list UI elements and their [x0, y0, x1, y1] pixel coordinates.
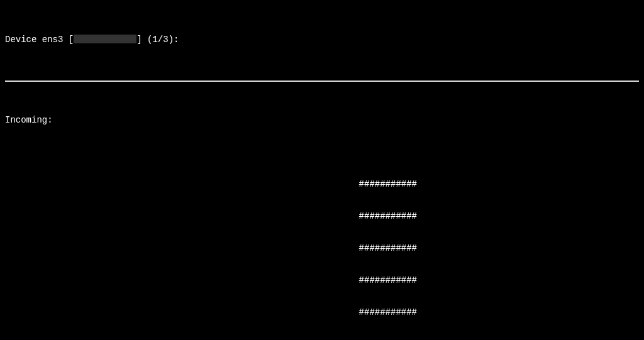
bar-row: ########### [5, 243, 417, 254]
bar-row: ########### [5, 275, 417, 286]
divider [5, 80, 639, 82]
device-counter: (1/3): [147, 35, 179, 45]
terminal-output: Device ens3 [] (1/3): Incoming: ########… [0, 0, 644, 340]
incoming-section: ########### ########### ########### ####… [5, 158, 639, 340]
bar-row: ########### [5, 179, 417, 190]
header-prefix: Device [5, 35, 42, 45]
device-name: ens3 [42, 35, 64, 45]
bar-row: ########### [5, 307, 417, 318]
close-bracket: ] [136, 35, 147, 45]
bar-row: ########### [5, 211, 417, 222]
incoming-label: Incoming: [5, 115, 639, 126]
redacted-ip [74, 35, 136, 43]
open-bracket: [ [63, 35, 74, 45]
header-line: Device ens3 [] (1/3): [5, 35, 639, 45]
